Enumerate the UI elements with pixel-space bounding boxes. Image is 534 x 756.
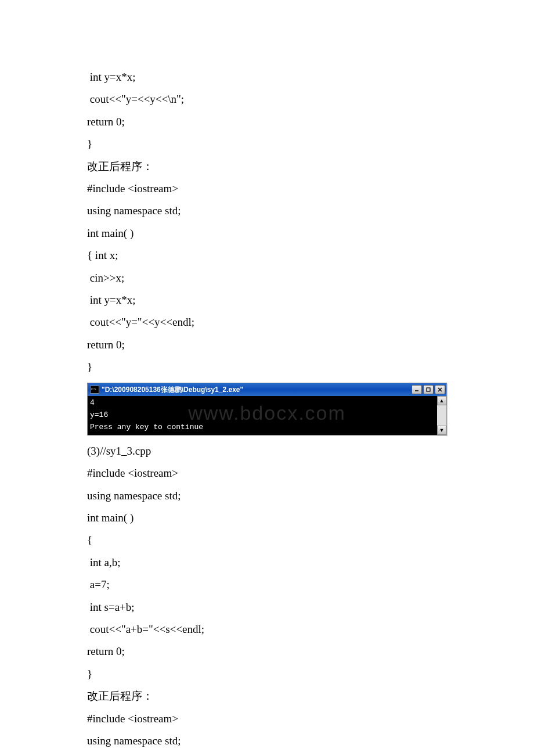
corrected-label: 改正后程序： [87,687,447,705]
code-line: cout<<"a+b="<<s<<endl; [87,621,447,638]
code-line: using namespace std; [87,487,447,505]
console-title: "D:\200908205136张德鹏\Debug\sy1_2.exe" [90,384,243,395]
code-line: #include <iostream> [87,180,447,197]
code-line: int y=x*x; [87,69,447,86]
code-line: } [87,358,447,376]
console-line: 4 [90,397,444,409]
code-line: } [87,135,447,153]
console-line: y=16 [90,409,444,422]
code-line: } [87,665,447,683]
code-line: int main( ) [87,509,447,527]
code-line: int s=a+b; [87,599,447,616]
code-line: #include <iostream> [87,465,447,482]
console-line: Press any key to continue [90,422,444,434]
close-button[interactable] [435,385,445,394]
code-line: cin>>x; [87,269,447,287]
code-line: int y=x*x; [87,291,447,309]
cmd-icon [90,386,99,394]
document-page: int y=x*x; cout<<"y=<<y<<\n"; return 0; … [0,0,534,756]
code-line: int a,b; [87,554,447,571]
window-controls [412,385,445,394]
code-line: return 0; [87,113,447,131]
code-line: int main( ) [87,225,447,242]
code-line: return 0; [87,336,447,354]
code-line: #include <iostream> [87,710,447,728]
section-label: (3)//sy1_3.cpp [87,442,447,460]
code-line: { [87,531,447,549]
minimize-button[interactable] [412,385,422,394]
code-line: return 0; [87,643,447,660]
code-line: cout<<"y="<<y<<endl; [87,314,447,331]
svg-rect-1 [427,388,430,391]
maximize-button[interactable] [423,385,434,394]
console-body: www.bdocx.com 4 y=16 Press any key to co… [88,396,446,434]
console-window: "D:\200908205136张德鹏\Debug\sy1_2.exe" www… [87,383,447,435]
console-title-text: "D:\200908205136张德鹏\Debug\sy1_2.exe" [102,384,243,395]
code-line: { int x; [87,247,447,264]
code-line: using namespace std; [87,202,447,219]
code-line: using namespace std; [87,732,447,750]
code-line: cout<<"y=<<y<<\n"; [87,91,447,108]
console-titlebar[interactable]: "D:\200908205136张德鹏\Debug\sy1_2.exe" [88,383,446,396]
code-line: a=7; [87,576,447,593]
corrected-label: 改正后程序： [87,158,447,175]
